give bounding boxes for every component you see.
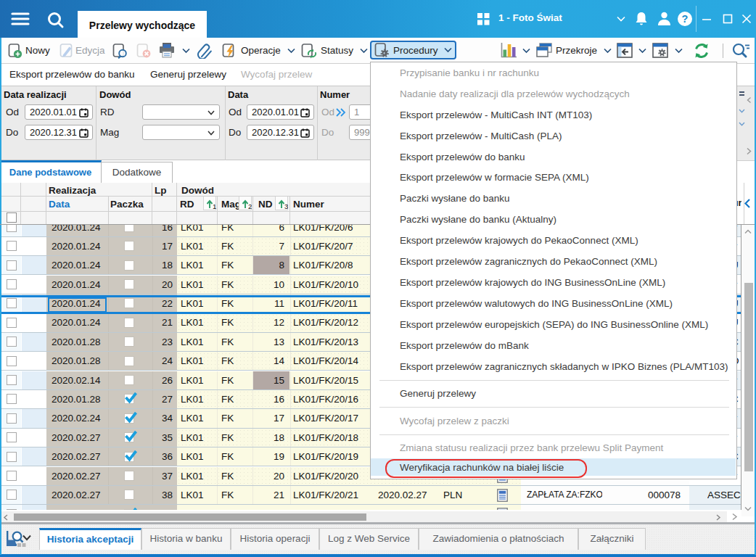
svg-text:1: 1 [213,202,216,210]
svg-text:3: 3 [284,202,288,210]
svg-text:?: ? [682,13,689,25]
svg-text:2: 2 [248,202,252,210]
